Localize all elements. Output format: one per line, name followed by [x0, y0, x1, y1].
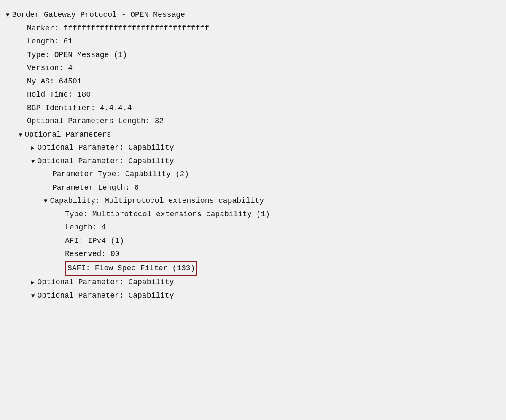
tree-row-opt-param-cap-2[interactable]: Optional Parameter: Capability — [6, 155, 500, 168]
row-text-version: Version: 4 — [27, 62, 73, 75]
row-text-cap-type: Type: Multiprotocol extensions capabilit… — [65, 208, 270, 221]
tree-row-param-length: Parameter Length: 6 — [6, 181, 500, 195]
tree-row-cap-type: Type: Multiprotocol extensions capabilit… — [6, 208, 500, 221]
row-text-opt-param-cap-2: Optional Parameter: Capability — [37, 155, 174, 168]
row-text-reserved: Reserved: 00 — [65, 248, 120, 261]
tree-row-my-as: My AS: 64501 — [6, 75, 500, 89]
tree-row-afi: AFI: IPv4 (1) — [6, 234, 500, 248]
row-text-root: Border Gateway Protocol - OPEN Message — [12, 8, 185, 22]
tree-row-length: Length: 61 — [6, 35, 500, 48]
row-text-opt-param-len: Optional Parameters Length: 32 — [27, 115, 164, 128]
arrow-right-icon[interactable] — [31, 277, 35, 288]
row-text-length: Length: 61 — [27, 35, 73, 48]
tree-row-capability[interactable]: Capability: Multiprotocol extensions cap… — [6, 194, 500, 208]
tree-row-opt-param-cap-1[interactable]: Optional Parameter: Capability — [6, 141, 500, 155]
arrow-down-icon[interactable] — [44, 196, 47, 207]
tree-row-reserved: Reserved: 00 — [6, 248, 500, 261]
tree-row-safi: SAFI: Flow Spec Filter (133) — [6, 261, 500, 276]
row-text-safi: SAFI: Flow Spec Filter (133) — [65, 261, 197, 276]
row-text-cap-length: Length: 4 — [65, 221, 106, 234]
row-text-afi: AFI: IPv4 (1) — [65, 234, 124, 248]
row-text-type: Type: OPEN Message (1) — [27, 48, 127, 62]
tree-row-type: Type: OPEN Message (1) — [6, 48, 500, 62]
row-text-opt-param-cap-4: Optional Parameter: Capability — [37, 289, 174, 303]
row-text-my-as: My AS: 64501 — [27, 75, 82, 89]
arrow-down-icon[interactable] — [19, 130, 22, 140]
row-text-opt-params: Optional Parameters — [24, 128, 111, 142]
tree-row-marker: Marker: ffffffffffffffffffffffffffffffff — [6, 22, 500, 35]
row-text-capability: Capability: Multiprotocol extensions cap… — [50, 194, 264, 208]
row-text-opt-param-cap-1: Optional Parameter: Capability — [37, 141, 174, 155]
arrow-down-icon[interactable] — [31, 156, 35, 167]
tree-row-opt-param-len: Optional Parameters Length: 32 — [6, 115, 500, 128]
row-text-bgp-id: BGP Identifier: 4.4.4.4 — [27, 102, 132, 115]
tree-row-bgp-id: BGP Identifier: 4.4.4.4 — [6, 102, 500, 115]
tree-row-cap-length: Length: 4 — [6, 221, 500, 234]
row-text-param-type: Parameter Type: Capability (2) — [52, 168, 189, 181]
row-text-param-length: Parameter Length: 6 — [52, 181, 139, 195]
tree-row-hold-time: Hold Time: 180 — [6, 88, 500, 102]
tree-row-opt-param-cap-4[interactable]: Optional Parameter: Capability — [6, 289, 500, 303]
tree-container: Border Gateway Protocol - OPEN MessageMa… — [0, 4, 506, 307]
row-text-hold-time: Hold Time: 180 — [27, 88, 91, 102]
tree-row-version: Version: 4 — [6, 62, 500, 75]
tree-row-opt-params[interactable]: Optional Parameters — [6, 128, 500, 142]
row-text-opt-param-cap-3: Optional Parameter: Capability — [37, 276, 174, 289]
tree-row-root[interactable]: Border Gateway Protocol - OPEN Message — [6, 8, 500, 22]
arrow-down-icon[interactable] — [6, 10, 9, 21]
row-text-marker: Marker: ffffffffffffffffffffffffffffffff — [27, 22, 209, 35]
arrow-down-icon[interactable] — [31, 291, 35, 302]
tree-row-param-type: Parameter Type: Capability (2) — [6, 168, 500, 181]
arrow-right-icon[interactable] — [31, 143, 35, 153]
tree-row-opt-param-cap-3[interactable]: Optional Parameter: Capability — [6, 276, 500, 289]
